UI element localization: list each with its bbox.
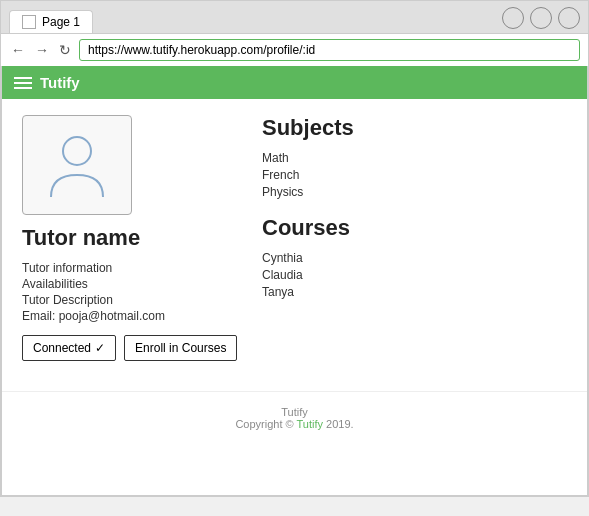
tab-icon (22, 15, 36, 29)
courses-section: Courses CynthiaClaudiaTanya (262, 215, 567, 299)
subjects-list: MathFrenchPhysics (262, 151, 567, 199)
tutor-description: Tutor Description (22, 293, 242, 307)
courses-list: CynthiaClaudiaTanya (262, 251, 567, 299)
refresh-button[interactable]: ↻ (57, 42, 73, 58)
course-item: Cynthia (262, 251, 567, 265)
course-item: Tanya (262, 285, 567, 299)
subject-item: Math (262, 151, 567, 165)
course-item: Claudia (262, 268, 567, 282)
subjects-title: Subjects (262, 115, 567, 141)
forward-button[interactable]: → (33, 42, 51, 58)
maximize-button[interactable] (530, 7, 552, 29)
footer: Tutify Copyright © Tutify 2019. (2, 391, 587, 444)
minimize-button[interactable] (502, 7, 524, 29)
tutor-information: Tutor information (22, 261, 242, 275)
right-column: Subjects MathFrenchPhysics Courses Cynth… (242, 115, 567, 361)
svg-point-0 (63, 137, 91, 165)
navbar: Tutify (2, 66, 587, 99)
hamburger-icon[interactable] (14, 77, 32, 89)
connected-label: Connected (33, 341, 91, 355)
back-button[interactable]: ← (9, 42, 27, 58)
subject-item: French (262, 168, 567, 182)
browser-tab[interactable]: Page 1 (9, 10, 93, 33)
tutor-name: Tutor name (22, 225, 242, 251)
connected-button[interactable]: Connected ✓ (22, 335, 116, 361)
profile-content: Tutor name Tutor information Availabilit… (2, 99, 587, 381)
courses-title: Courses (262, 215, 567, 241)
footer-brand: Tutify (16, 406, 573, 418)
subject-item: Physics (262, 185, 567, 199)
footer-link[interactable]: Tutify (297, 418, 324, 430)
tutor-availabilities: Availabilities (22, 277, 242, 291)
app-container: Tutify Tutor name Tutor information Avai… (1, 66, 588, 496)
action-buttons: Connected ✓ Enroll in Courses (22, 335, 242, 361)
navbar-brand: Tutify (40, 74, 80, 91)
checkmark-icon: ✓ (95, 341, 105, 355)
address-bar: ← → ↻ (1, 33, 588, 66)
avatar (22, 115, 132, 215)
tutor-email: Email: pooja@hotmail.com (22, 309, 242, 323)
enroll-button[interactable]: Enroll in Courses (124, 335, 237, 361)
left-column: Tutor name Tutor information Availabilit… (22, 115, 242, 361)
footer-copyright: Copyright © Tutify 2019. (16, 418, 573, 430)
url-input[interactable] (79, 39, 580, 61)
tab-label: Page 1 (42, 15, 80, 29)
close-button[interactable] (558, 7, 580, 29)
